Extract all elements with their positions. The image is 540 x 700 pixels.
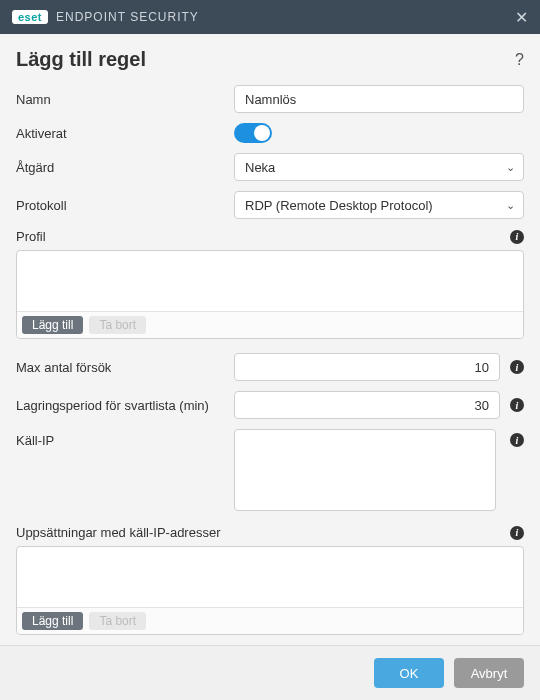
protocol-select[interactable]: RDP (Remote Desktop Protocol) ⌄: [234, 191, 524, 219]
source-ip-sets-listbox: Lägg till Ta bort: [16, 546, 524, 635]
protocol-value: RDP (Remote Desktop Protocol): [245, 198, 433, 213]
protocol-label: Protokoll: [16, 198, 234, 213]
action-label: Åtgärd: [16, 160, 234, 175]
footer-bar: OK Avbryt: [0, 645, 540, 700]
source-ip-sets-area[interactable]: [17, 547, 523, 607]
help-icon[interactable]: ?: [515, 51, 524, 69]
titlebar: eset ENDPOINT SECURITY ✕: [0, 0, 540, 34]
info-icon[interactable]: i: [510, 230, 524, 244]
source-ip-sets-remove-button: Ta bort: [89, 612, 146, 630]
page-title: Lägg till regel: [16, 48, 515, 71]
toggle-knob: [254, 125, 270, 141]
source-ip-sets-add-button[interactable]: Lägg till: [22, 612, 83, 630]
source-ip-sets-label: Uppsättningar med käll-IP-adresser: [16, 525, 510, 540]
profile-listbox: Lägg till Ta bort: [16, 250, 524, 339]
name-label: Namn: [16, 92, 234, 107]
info-icon[interactable]: i: [510, 433, 524, 447]
blacklist-period-label: Lagringsperiod för svartlista (min): [16, 398, 234, 413]
action-value: Neka: [245, 160, 275, 175]
action-select[interactable]: Neka ⌄: [234, 153, 524, 181]
brand-logo: eset: [12, 10, 48, 24]
profile-add-button[interactable]: Lägg till: [22, 316, 83, 334]
max-attempts-input[interactable]: [234, 353, 500, 381]
product-name: ENDPOINT SECURITY: [56, 10, 515, 24]
name-input[interactable]: [234, 85, 524, 113]
info-icon[interactable]: i: [510, 398, 524, 412]
enabled-toggle[interactable]: [234, 123, 272, 143]
blacklist-period-input[interactable]: [234, 391, 500, 419]
info-icon[interactable]: i: [510, 526, 524, 540]
max-attempts-label: Max antal försök: [16, 360, 234, 375]
info-icon[interactable]: i: [510, 360, 524, 374]
close-icon[interactable]: ✕: [515, 8, 528, 27]
profile-remove-button: Ta bort: [89, 316, 146, 334]
ok-button[interactable]: OK: [374, 658, 444, 688]
chevron-down-icon: ⌄: [506, 161, 515, 174]
source-ip-textarea[interactable]: [234, 429, 496, 511]
enabled-label: Aktiverat: [16, 126, 234, 141]
profile-list-area[interactable]: [17, 251, 523, 311]
cancel-button[interactable]: Avbryt: [454, 658, 524, 688]
source-ip-label: Käll-IP: [16, 429, 234, 448]
profile-label: Profil: [16, 229, 510, 244]
chevron-down-icon: ⌄: [506, 199, 515, 212]
